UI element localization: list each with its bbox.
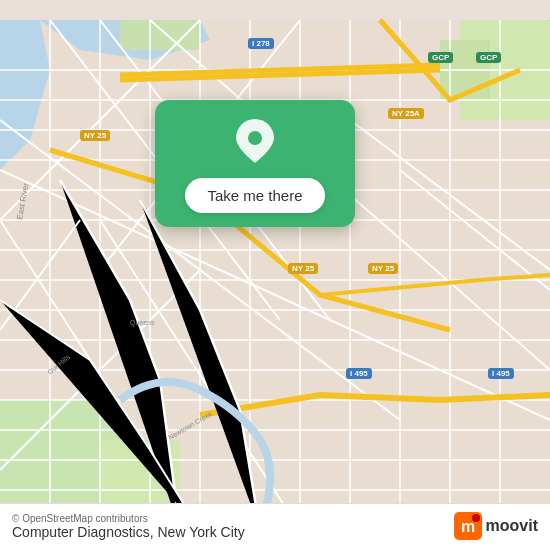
svg-rect-1 bbox=[120, 20, 200, 50]
road-label-gcp1: GCP bbox=[428, 52, 453, 63]
road-label-ny25-3: NY 25 bbox=[368, 263, 398, 274]
road-label-ny25-2: NY 25 bbox=[288, 263, 318, 274]
moovit-brand-text: moovit bbox=[486, 517, 538, 535]
road-label-i278: I 278 bbox=[248, 38, 274, 49]
bottom-bar: © OpenStreetMap contributors Computer Di… bbox=[0, 503, 550, 550]
location-popup: Take me there bbox=[155, 100, 355, 227]
bottom-left-info: © OpenStreetMap contributors Computer Di… bbox=[12, 513, 245, 540]
location-pin-icon bbox=[236, 119, 274, 163]
road-label-i495-2: I 495 bbox=[488, 368, 514, 379]
road-label-ny25-1: NY 25 bbox=[80, 130, 110, 141]
road-label-gcp2: GCP bbox=[476, 52, 501, 63]
osm-credit: © OpenStreetMap contributors bbox=[12, 513, 245, 524]
svg-point-52 bbox=[472, 514, 480, 522]
road-label-ny25a: NY 25A bbox=[388, 108, 424, 119]
map-background: East River Queens Newtown Creek Our Hill… bbox=[0, 0, 550, 550]
map-container: East River Queens Newtown Creek Our Hill… bbox=[0, 0, 550, 550]
take-me-there-button[interactable]: Take me there bbox=[185, 178, 324, 213]
svg-text:Queens: Queens bbox=[130, 319, 155, 327]
moovit-logo: m moovit bbox=[454, 512, 538, 540]
road-label-i495-1: I 495 bbox=[346, 368, 372, 379]
location-title: Computer Diagnostics, New York City bbox=[12, 524, 245, 540]
location-icon-wrap bbox=[232, 118, 278, 164]
svg-point-49 bbox=[248, 131, 262, 145]
moovit-logo-icon: m bbox=[454, 512, 482, 540]
